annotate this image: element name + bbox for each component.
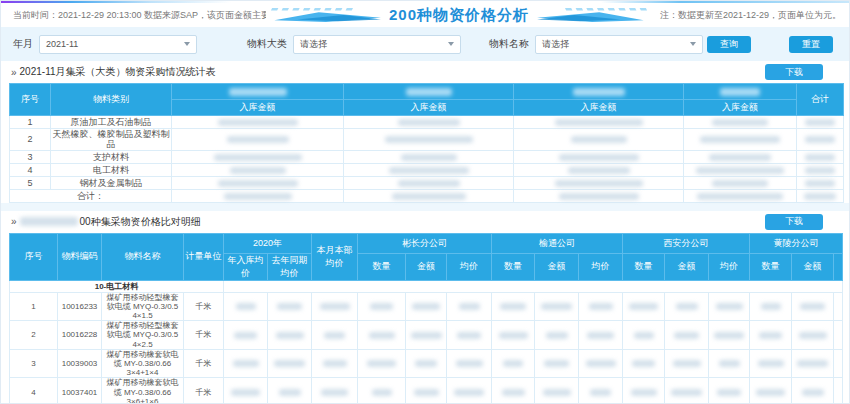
redacted-value [756, 389, 785, 396]
redacted-text [573, 88, 625, 96]
table-cell [684, 150, 797, 163]
table-cell [750, 321, 792, 350]
redacted-value [412, 303, 440, 310]
redacted-value [503, 360, 523, 367]
table-cell [172, 116, 344, 129]
redacted-value [214, 154, 302, 161]
table-cell [224, 349, 268, 378]
table-row: 110016233煤矿用移动轻型橡套软电缆 MYQ-0.3/0.5 4×1.5千… [10, 292, 843, 321]
table-cell: 千米 [184, 321, 224, 350]
table-cell [312, 349, 358, 378]
column-header-year-avg: 年入库均价 [224, 253, 268, 280]
section1-download-button[interactable]: 下载 [765, 64, 823, 80]
table-cell [224, 321, 268, 350]
category-select[interactable]: 请选择 [293, 35, 461, 54]
table-cell: 10039003 [58, 349, 102, 378]
header-decoration-right [534, 7, 652, 23]
redacted-value [761, 303, 781, 310]
column-header-amt: 金额 [665, 253, 709, 280]
table-cell [172, 163, 344, 176]
table-cell: 煤矿用移动轻型橡套软电缆 MYQ-0.3/0.5 4×1.5 [102, 292, 184, 321]
table-cell [492, 292, 535, 321]
column-group-branch: 西安分公司 [623, 233, 750, 253]
column-group-branch: 黄陵分公司 [750, 233, 843, 253]
table-cell [797, 150, 844, 163]
table-cell [172, 150, 344, 163]
table-cell: 10-电工材料 [10, 280, 224, 292]
table-cell [665, 349, 709, 378]
redacted-value [323, 360, 347, 367]
redacted-value [758, 360, 784, 367]
table-cell: 煤矿用移动橡套软电缆 MY-0.38/0.66 3×6+1×6 [102, 378, 184, 404]
redacted-value [546, 332, 568, 339]
redacted-value [804, 193, 836, 200]
table-cell [684, 116, 797, 129]
table-cell [797, 176, 844, 189]
redacted-value [321, 389, 348, 396]
section1-header: » 2021-11月集采（大类）物资采购情况统计表 下载 [1, 61, 849, 83]
redacted-value [800, 303, 825, 310]
table-cell [750, 378, 792, 404]
header-decoration-left [266, 7, 384, 23]
redacted-value [555, 180, 643, 187]
redacted-value [543, 389, 571, 396]
redacted-value [805, 119, 835, 126]
year-month-select[interactable]: 2021-11 [39, 35, 197, 54]
table-cell [358, 378, 406, 404]
table-cell [514, 189, 684, 202]
section2-download-button[interactable]: 下载 [765, 214, 823, 230]
column-header-avg: 均价 [579, 253, 623, 280]
table-cell: 10016233 [58, 292, 102, 321]
column-header-lastyear-avg: 去年同期均价 [268, 253, 312, 280]
table-cell: 煤矿用移动橡套软电缆 MY-0.38/0.66 3×4+1×4 [102, 349, 184, 378]
reset-button[interactable]: 重置 [789, 36, 833, 53]
table-cell [834, 349, 843, 378]
query-button[interactable]: 查询 [707, 36, 751, 53]
table-cell [344, 116, 514, 129]
redacted-value [457, 332, 481, 339]
section2-header: » 00种集采物资价格比对明细 下载 [1, 211, 849, 233]
column-header-amt: 金额 [535, 253, 579, 280]
redacted-value [632, 360, 655, 367]
redacted-value [586, 360, 616, 367]
table-cell [579, 321, 623, 350]
table-cell: 10037401 [58, 378, 102, 404]
redacted-value [555, 119, 643, 126]
redacted-value [802, 389, 824, 396]
table-cell [535, 378, 579, 404]
column-header-qty: 数量 [623, 253, 665, 280]
redacted-value [218, 180, 298, 187]
material-group-row: 10-电工材料 [10, 280, 843, 292]
table-cell [623, 349, 665, 378]
table-cell [797, 189, 844, 202]
redacted-value [805, 154, 835, 161]
column-header-qty: 数量 [492, 253, 535, 280]
table-cell: 1 [10, 116, 51, 129]
table-cell [514, 129, 684, 151]
redacted-value [674, 332, 699, 339]
redacted-value [218, 119, 298, 126]
section-arrow-icon: » [11, 67, 17, 78]
table-cell [492, 378, 535, 404]
total-row: 合计： [10, 189, 844, 202]
column-header-month-avg: 本月本部均价 [312, 233, 358, 280]
section-arrow-icon: » [11, 216, 17, 227]
redacted-value [700, 136, 780, 143]
year-month-value: 2021-11 [46, 39, 78, 49]
column-header-category: 物料类别 [51, 84, 172, 116]
material-name-select[interactable]: 请选择 [535, 35, 703, 54]
redacted-value [499, 332, 528, 339]
filter-bar: 年月 2021-11 物料大类 请选择 物料名称 请选择 查询 重置 [1, 27, 849, 61]
redacted-value [276, 332, 304, 339]
table-cell: 3 [10, 150, 51, 163]
table-cell [492, 349, 535, 378]
table-row: 序号 物料编码 物料名称 计量单位 2020年 本月本部均价 彬长分公司 榆通公… [10, 233, 843, 253]
table-cell: 千米 [184, 349, 224, 378]
redacted-text [20, 217, 78, 226]
redacted-value [415, 360, 437, 367]
redacted-value [227, 136, 289, 143]
table-cell: 10016228 [58, 321, 102, 350]
column-header-qty: 数量 [750, 253, 792, 280]
table-row: 1原油加工及石油制品 [10, 116, 844, 129]
redacted-value [589, 303, 613, 310]
